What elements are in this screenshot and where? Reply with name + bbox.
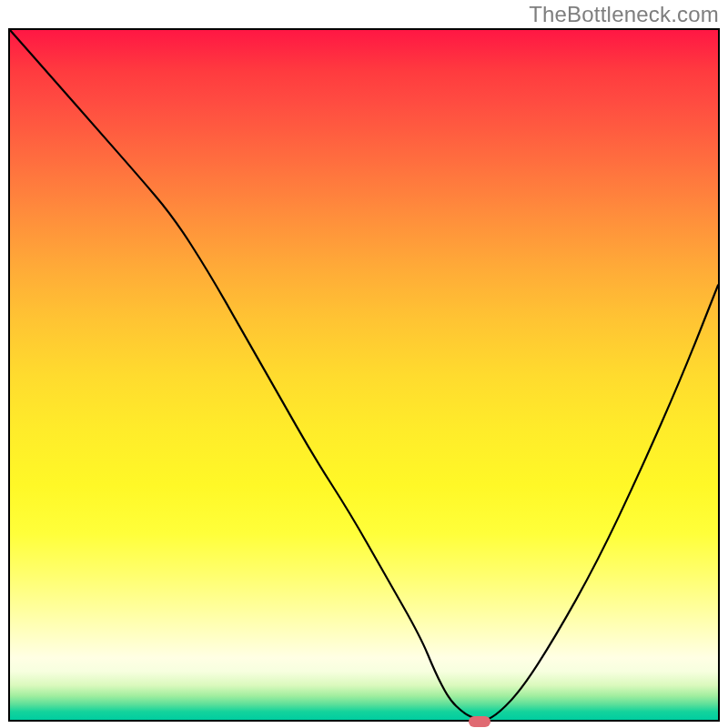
chart-container: TheBottleneck.com — [0, 0, 728, 728]
plot-area — [8, 28, 720, 722]
watermark-text: TheBottleneck.com — [529, 2, 719, 27]
optimal-point-marker — [469, 716, 490, 727]
curve-svg — [10, 30, 718, 720]
bottleneck-curve — [10, 30, 718, 720]
